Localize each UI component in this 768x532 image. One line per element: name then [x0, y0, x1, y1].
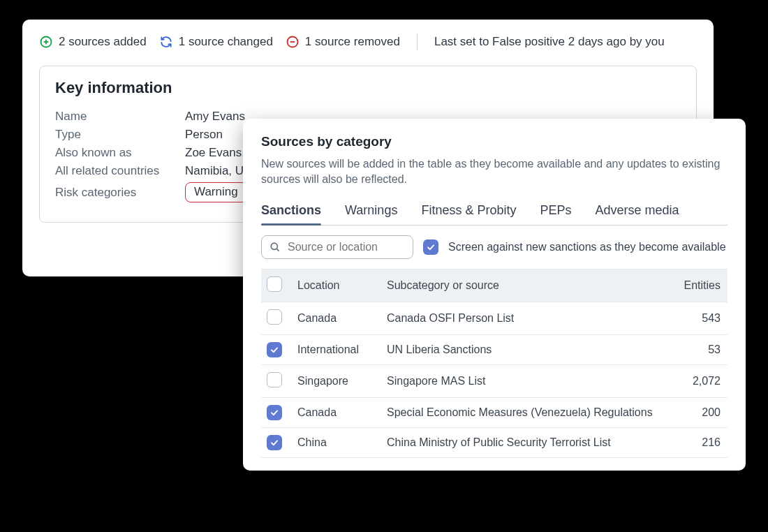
- divider: [417, 34, 418, 50]
- screen-against-new-label: Screen against new sanctions as they bec…: [448, 241, 726, 253]
- kv-name-label: Name: [55, 110, 185, 124]
- col-source: Subcategory or source: [381, 269, 666, 302]
- svg-point-5: [271, 243, 277, 249]
- search-input-wrap[interactable]: [261, 235, 413, 259]
- screen-against-new-checkbox[interactable]: [423, 239, 438, 255]
- row-entities: 200: [666, 397, 728, 427]
- table-row: SingaporeSingapore MAS List2,072: [261, 364, 728, 397]
- row-location: China: [292, 427, 381, 457]
- kv-name-value: Amy Evans: [185, 110, 245, 124]
- risk-category-pill: Warning: [185, 182, 247, 202]
- tab-fitness-probity[interactable]: Fitness & Probity: [421, 199, 516, 225]
- table-row: CanadaCanada OSFI Person List543: [261, 302, 728, 334]
- key-info-title: Key information: [55, 79, 681, 97]
- sources-title: Sources by category: [261, 134, 728, 149]
- kv-aka-label: Also known as: [55, 146, 185, 160]
- table-row: ChinaChina Ministry of Public Security T…: [261, 427, 728, 457]
- row-location: Canada: [292, 302, 381, 334]
- row-source: China Ministry of Public Security Terror…: [381, 427, 666, 457]
- kv-type-value: Person: [185, 128, 223, 142]
- row-checkbox[interactable]: [267, 435, 282, 450]
- row-source: Canada OSFI Person List: [381, 302, 666, 334]
- row-checkbox[interactable]: [267, 342, 282, 357]
- kv-aka-value: Zoe Evans,: [185, 146, 245, 160]
- col-location: Location: [292, 269, 381, 302]
- status-removed-text: 1 source removed: [305, 35, 400, 49]
- status-changed: 1 source changed: [159, 35, 273, 49]
- sources-by-category-card: Sources by category New sources will be …: [243, 119, 746, 471]
- tabs: SanctionsWarningsFitness & ProbityPEPsAd…: [261, 199, 728, 226]
- row-location: Singapore: [292, 364, 381, 397]
- table-header-row: Location Subcategory or source Entities: [261, 269, 728, 302]
- status-removed: 1 source removed: [286, 35, 400, 49]
- status-last-action: Last set to False positive 2 days ago by…: [434, 35, 665, 49]
- status-last-action-text: Last set to False positive 2 days ago by…: [434, 35, 665, 49]
- select-all-checkbox[interactable]: [267, 276, 282, 292]
- table-row: InternationalUN Liberia Sanctions53: [261, 334, 728, 364]
- row-entities: 216: [666, 427, 728, 457]
- kv-risk-label: Risk categories: [55, 186, 185, 200]
- row-entities: 543: [666, 302, 728, 334]
- status-row: 2 sources added 1 source changed 1 sourc…: [39, 34, 697, 50]
- row-checkbox[interactable]: [267, 372, 282, 387]
- tab-peps[interactable]: PEPs: [540, 199, 571, 225]
- status-added-text: 2 sources added: [59, 35, 147, 49]
- minus-circle-icon: [286, 35, 300, 49]
- tab-sanctions[interactable]: Sanctions: [261, 199, 321, 225]
- plus-circle-icon: [39, 35, 53, 49]
- row-entities: 2,072: [666, 364, 728, 397]
- row-source: Special Economic Measures (Venezuela) Re…: [381, 397, 666, 427]
- row-location: International: [292, 334, 381, 364]
- row-checkbox[interactable]: [267, 309, 282, 325]
- row-source: UN Liberia Sanctions: [381, 334, 666, 364]
- kv-countries-label: All related countries: [55, 164, 185, 178]
- kv-countries-value: Namibia, U: [185, 164, 244, 178]
- controls-row: Screen against new sanctions as they bec…: [261, 235, 728, 259]
- tab-adverse-media[interactable]: Adverse media: [595, 199, 679, 225]
- status-added: 2 sources added: [39, 35, 147, 49]
- svg-line-6: [276, 249, 279, 251]
- sources-description: New sources will be added in the table a…: [261, 156, 728, 188]
- sources-table: Location Subcategory or source Entities …: [261, 269, 728, 458]
- col-entities: Entities: [666, 269, 728, 302]
- refresh-icon: [159, 35, 173, 49]
- kv-type-label: Type: [55, 128, 185, 142]
- search-icon: [269, 240, 281, 254]
- table-row: CanadaSpecial Economic Measures (Venezue…: [261, 397, 728, 427]
- row-checkbox[interactable]: [267, 405, 282, 420]
- tab-warnings[interactable]: Warnings: [345, 199, 397, 225]
- status-changed-text: 1 source changed: [179, 35, 273, 49]
- row-source: Singapore MAS List: [381, 364, 666, 397]
- row-entities: 53: [666, 334, 728, 364]
- search-input[interactable]: [286, 240, 406, 254]
- row-location: Canada: [292, 397, 381, 427]
